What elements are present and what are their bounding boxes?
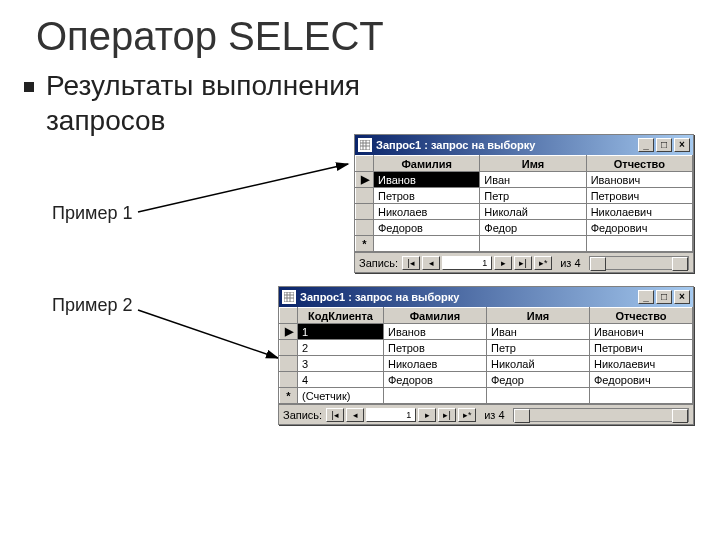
cell[interactable]: 2 — [298, 340, 384, 356]
titlebar[interactable]: Запрос1 : запрос на выборку _ □ × — [279, 287, 693, 307]
row-selector[interactable] — [280, 340, 298, 356]
nav-next-button[interactable]: ▸ — [494, 256, 512, 270]
cell[interactable]: Федорович — [586, 220, 692, 236]
nav-first-button[interactable]: |◂ — [326, 408, 344, 422]
column-header[interactable]: КодКлиента — [298, 308, 384, 324]
column-header[interactable]: Имя — [480, 156, 586, 172]
nav-new-button[interactable]: ▸* — [458, 408, 476, 422]
row-selector[interactable] — [356, 204, 374, 220]
svg-rect-7 — [284, 292, 294, 302]
table-row[interactable]: НиколаевНиколайНиколаевич — [356, 204, 693, 220]
row-selector[interactable]: ▶ — [356, 172, 374, 188]
slide-title: Оператор SELECT — [36, 14, 384, 59]
maximize-button[interactable]: □ — [656, 138, 672, 152]
minimize-button[interactable]: _ — [638, 290, 654, 304]
row-selector[interactable]: ▶ — [280, 324, 298, 340]
cell[interactable] — [384, 388, 487, 404]
row-selector[interactable] — [280, 372, 298, 388]
datasheet-icon — [358, 138, 372, 152]
cell[interactable] — [480, 236, 586, 252]
cell[interactable]: Иванов — [374, 172, 480, 188]
cell[interactable]: Николаевич — [590, 356, 693, 372]
cell[interactable]: Иван — [480, 172, 586, 188]
cell[interactable]: Петрович — [590, 340, 693, 356]
table-row[interactable]: ▶ИвановИванИванович — [356, 172, 693, 188]
record-label: Запись: — [283, 409, 322, 421]
cell[interactable]: Петров — [374, 188, 480, 204]
nav-last-button[interactable]: ▸| — [438, 408, 456, 422]
svg-line-0 — [138, 164, 348, 212]
cell[interactable] — [487, 388, 590, 404]
table-row[interactable]: * — [356, 236, 693, 252]
cell[interactable]: Петрович — [586, 188, 692, 204]
column-header[interactable]: Фамилия — [384, 308, 487, 324]
cell[interactable]: Николаев — [384, 356, 487, 372]
record-count: из 4 — [560, 257, 580, 269]
row-selector[interactable] — [356, 188, 374, 204]
cell[interactable]: Петр — [487, 340, 590, 356]
cell[interactable]: 1 — [298, 324, 384, 340]
nav-new-button[interactable]: ▸* — [534, 256, 552, 270]
minimize-button[interactable]: _ — [638, 138, 654, 152]
cell[interactable]: Николай — [480, 204, 586, 220]
nav-last-button[interactable]: ▸| — [514, 256, 532, 270]
arrow-icon — [138, 308, 288, 368]
cell[interactable]: 4 — [298, 372, 384, 388]
record-number-input[interactable]: 1 — [442, 256, 492, 270]
record-number-input[interactable]: 1 — [366, 408, 416, 422]
titlebar[interactable]: Запрос1 : запрос на выборку _ □ × — [355, 135, 693, 155]
cell[interactable]: Петр — [480, 188, 586, 204]
record-label: Запись: — [359, 257, 398, 269]
column-header[interactable]: Имя — [487, 308, 590, 324]
column-header[interactable]: Отчество — [590, 308, 693, 324]
maximize-button[interactable]: □ — [656, 290, 672, 304]
cell[interactable]: Федор — [480, 220, 586, 236]
cell[interactable]: (Счетчик) — [298, 388, 384, 404]
cell[interactable]: Иванович — [590, 324, 693, 340]
table-row[interactable]: 3НиколаевНиколайНиколаевич — [280, 356, 693, 372]
nav-prev-button[interactable]: ◂ — [346, 408, 364, 422]
row-selector[interactable] — [280, 356, 298, 372]
cell[interactable]: Федор — [487, 372, 590, 388]
cell[interactable]: Иван — [487, 324, 590, 340]
datasheet-icon — [282, 290, 296, 304]
cell[interactable]: Николаев — [374, 204, 480, 220]
table-row[interactable]: *(Счетчик) — [280, 388, 693, 404]
row-selector-header — [356, 156, 374, 172]
cell[interactable]: 3 — [298, 356, 384, 372]
table-row[interactable]: 4ФедоровФедорФедорович — [280, 372, 693, 388]
cell[interactable]: Федорович — [590, 372, 693, 388]
query-result-window-2: Запрос1 : запрос на выборку _ □ × КодКли… — [278, 286, 694, 425]
query-result-window-1: Запрос1 : запрос на выборку _ □ × Фамили… — [354, 134, 694, 273]
result-grid-1[interactable]: Фамилия Имя Отчество ▶ИвановИванИванович… — [355, 155, 693, 252]
table-row[interactable]: ▶1ИвановИванИванович — [280, 324, 693, 340]
arrow-icon — [138, 160, 358, 220]
table-row[interactable]: ФедоровФедорФедорович — [356, 220, 693, 236]
column-header[interactable]: Фамилия — [374, 156, 480, 172]
nav-first-button[interactable]: |◂ — [402, 256, 420, 270]
row-selector[interactable]: * — [280, 388, 298, 404]
cell[interactable]: Федоров — [374, 220, 480, 236]
row-selector[interactable] — [356, 220, 374, 236]
cell[interactable]: Иванов — [384, 324, 487, 340]
cell[interactable] — [590, 388, 693, 404]
close-button[interactable]: × — [674, 138, 690, 152]
nav-prev-button[interactable]: ◂ — [422, 256, 440, 270]
horizontal-scrollbar[interactable] — [589, 256, 689, 270]
nav-next-button[interactable]: ▸ — [418, 408, 436, 422]
row-selector[interactable]: * — [356, 236, 374, 252]
cell[interactable]: Иванович — [586, 172, 692, 188]
cell[interactable] — [586, 236, 692, 252]
cell[interactable]: Федоров — [384, 372, 487, 388]
result-grid-2[interactable]: КодКлиента Фамилия Имя Отчество ▶1Иванов… — [279, 307, 693, 404]
cell[interactable]: Николаевич — [586, 204, 692, 220]
column-header[interactable]: Отчество — [586, 156, 692, 172]
cell[interactable] — [374, 236, 480, 252]
close-button[interactable]: × — [674, 290, 690, 304]
table-row[interactable]: ПетровПетрПетрович — [356, 188, 693, 204]
cell[interactable]: Николай — [487, 356, 590, 372]
cell[interactable]: Петров — [384, 340, 487, 356]
window-title: Запрос1 : запрос на выборку — [300, 291, 638, 303]
table-row[interactable]: 2ПетровПетрПетрович — [280, 340, 693, 356]
horizontal-scrollbar[interactable] — [513, 408, 689, 422]
